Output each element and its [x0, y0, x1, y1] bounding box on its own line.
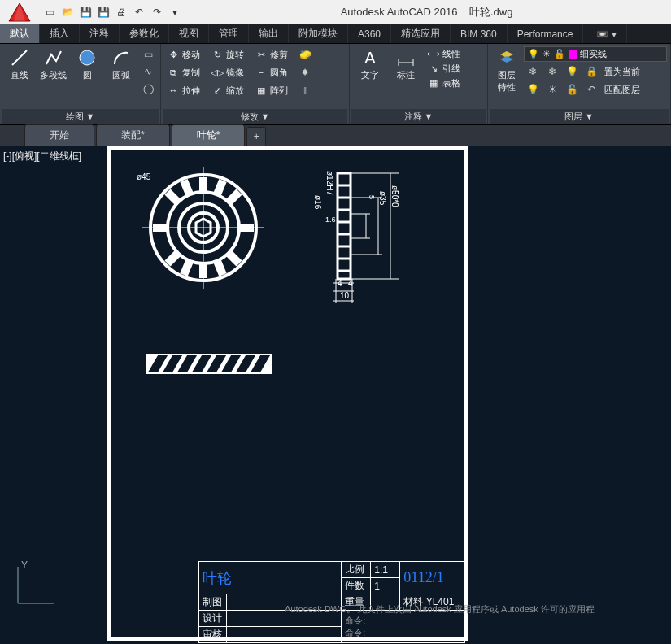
panel-layers-title[interactable]: 图层 ▼ — [490, 109, 669, 124]
ribbon-tab-annotate[interactable]: 注释 — [80, 24, 120, 43]
tool-polyline[interactable]: 多段线 — [37, 46, 70, 97]
qat-redo-icon[interactable]: ↷ — [150, 5, 164, 20]
tool-linear-dim[interactable]: ⟷线性 — [425, 46, 467, 61]
panel-modify-title[interactable]: 修改 ▼ — [163, 109, 347, 124]
tool-leader[interactable]: ↘引线 — [425, 61, 467, 76]
layer-combo[interactable]: 💡 ☀ 🔓 细实线 — [524, 46, 667, 62]
tool-move[interactable]: ✥移动 — [164, 46, 207, 63]
tool-copy[interactable]: ⧉复制 — [164, 64, 207, 80]
ribbon-body: 直线 多段线 圆 圆弧 ▭ ∿ ◯ 绘图 ▼ — [0, 44, 671, 125]
tool-erase-icon[interactable]: 🧽 — [296, 46, 314, 63]
move-icon: ✥ — [167, 48, 180, 61]
ribbon-tab-performance[interactable]: Performance — [508, 24, 584, 43]
ribbon-tab-insert[interactable]: 插入 — [40, 24, 80, 43]
svg-point-1 — [80, 50, 94, 65]
tool-trim[interactable]: ✂修剪 — [252, 46, 294, 63]
circle-icon — [77, 48, 97, 67]
svg-line-21 — [217, 181, 223, 194]
ribbon-tab-bim360[interactable]: BIM 360 — [451, 24, 508, 43]
tool-table[interactable]: ▦表格 — [425, 76, 467, 90]
polyline-icon — [44, 48, 63, 67]
tool-spline-icon[interactable]: ∿ — [139, 63, 157, 80]
layer-unlock-icon[interactable]: 🔓 — [563, 81, 581, 98]
ribbon-tab-parametric[interactable]: 参数化 — [120, 24, 169, 43]
stretch-icon: ↔ — [167, 84, 180, 97]
dim-tol: 1.6 — [325, 215, 336, 224]
ribbon-tab-featured[interactable]: 精选应用 — [391, 24, 451, 43]
table-icon: ▦ — [427, 76, 440, 89]
ribbon-tab-manage[interactable]: 管理 — [209, 24, 249, 43]
qat-open-icon[interactable]: 📂 — [60, 5, 75, 20]
tool-mirror[interactable]: ◁▷镜像 — [208, 64, 251, 80]
ribbon-tab-default[interactable]: 默认 — [0, 24, 40, 43]
layer-thaw-icon[interactable]: ☀ — [543, 81, 561, 98]
qat-new-icon[interactable]: ▭ — [42, 5, 57, 20]
tool-text[interactable]: A 文字 — [353, 46, 387, 90]
tool-explode-icon[interactable]: ✸ — [296, 64, 314, 80]
panel-draw-title[interactable]: 绘图 ▼ — [2, 109, 159, 124]
dim-d35: ø35 — [378, 191, 387, 205]
dim-d45: ø45 — [137, 172, 150, 181]
autocad-logo-icon — [7, 2, 32, 23]
qat-save-icon[interactable]: 💾 — [78, 5, 93, 20]
ribbon-tab-addins[interactable]: 附加模块 — [289, 24, 348, 43]
qat-print-icon[interactable]: 🖨 — [114, 5, 129, 20]
window-title: Autodesk AutoCAD 2016 叶轮.dwg — [182, 5, 671, 20]
tool-layer-properties[interactable]: 图层 特性 — [491, 46, 522, 95]
doc-tab-assembly[interactable]: 装配* — [96, 124, 170, 146]
tool-rect-icon[interactable]: ▭ — [139, 46, 157, 63]
tool-dimension[interactable]: 标注 — [389, 46, 423, 90]
layer-lock-icon[interactable]: 🔒 — [582, 63, 600, 80]
layer-off-icon[interactable]: 💡 — [563, 63, 581, 80]
layer-on-icon[interactable]: 💡 — [524, 81, 542, 98]
dim-h5: 5 — [368, 195, 376, 199]
array-icon: ▦ — [255, 84, 268, 97]
panel-annotate-title[interactable]: 注释 ▼ — [351, 109, 486, 124]
trim-icon: ✂ — [255, 48, 268, 61]
sun-icon: ☀ — [542, 49, 551, 59]
layer-prev-icon[interactable]: ↶ — [582, 81, 600, 98]
ribbon-tab-view[interactable]: 视图 — [169, 24, 209, 43]
panel-modify: ✥移动 ↻旋转 ✂修剪 🧽 ⧉复制 ◁▷镜像 ⌐圆角 ✸ ↔拉伸 ⤢缩放 ▦阵列… — [161, 44, 350, 124]
mirror-icon: ◁▷ — [211, 66, 224, 79]
arc-icon — [111, 48, 131, 67]
panel-annotate: A 文字 标注 ⟷线性 ↘引线 ▦表格 注释 ▼ — [350, 44, 488, 124]
dim-h4a: 4 — [338, 279, 342, 288]
tool-rotate[interactable]: ↻旋转 — [208, 46, 251, 63]
tool-line[interactable]: 直线 — [3, 46, 36, 97]
qat-saveas-icon[interactable]: 💾 — [96, 5, 111, 20]
ribbon-tab-a360[interactable]: A360 — [348, 24, 391, 43]
app-menu-button[interactable] — [0, 2, 39, 23]
qat-dropdown-icon[interactable]: ▾ — [168, 5, 182, 20]
tool-offset-icon[interactable]: ⫴ — [296, 82, 314, 98]
trust-message: Autodesk DWG。 此文件上次由 Autodesk 应用程序或 Auto… — [285, 603, 595, 616]
ribbon-tab-output[interactable]: 输出 — [249, 24, 289, 43]
tool-fillet[interactable]: ⌐圆角 — [252, 64, 294, 80]
tool-scale[interactable]: ⤢缩放 — [208, 82, 251, 98]
panel-layers: 图层 特性 💡 ☀ 🔓 细实线 ❄ ❄ 💡 🔒 置为当前 — [488, 44, 671, 124]
doc-tab-impeller[interactable]: 叶轮* — [172, 124, 246, 146]
line-icon — [10, 48, 29, 67]
title-bar: ▭ 📂 💾 💾 🖨 ↶ ↷ ▾ Autodesk AutoCAD 2016 叶轮… — [0, 0, 671, 24]
tool-stretch[interactable]: ↔拉伸 — [164, 82, 207, 98]
layer-iso-icon[interactable]: ❄ — [524, 63, 542, 80]
ribbon-help-button[interactable]: 📼 ▾ — [586, 24, 626, 43]
tool-make-current[interactable]: 置为当前 — [602, 63, 643, 80]
tool-ellipse-icon[interactable]: ◯ — [139, 80, 157, 97]
tool-match-layer[interactable]: 匹配图层 — [602, 81, 643, 98]
lightbulb-icon: 💡 — [528, 49, 539, 59]
tool-arc[interactable]: 圆弧 — [105, 46, 137, 97]
viewport-controls[interactable]: [-][俯视][二维线框] — [3, 150, 81, 163]
svg-line-17 — [229, 192, 239, 202]
doc-tab-start[interactable]: 开始 — [24, 124, 94, 146]
tool-array[interactable]: ▦阵列 — [252, 82, 294, 98]
svg-line-23 — [217, 261, 223, 275]
drawing-canvas[interactable]: [-][俯视][二维线框] Y — [0, 146, 671, 644]
tool-circle[interactable]: 圆 — [72, 46, 104, 97]
layer-freeze-icon[interactable]: ❄ — [543, 63, 561, 80]
rotate-icon: ↻ — [211, 48, 224, 61]
qat-undo-icon[interactable]: ↶ — [132, 5, 146, 20]
doc-tab-add-button[interactable]: + — [246, 127, 266, 146]
dim-d12h7: ø12H7 — [325, 171, 334, 195]
layer-color-swatch — [569, 50, 577, 59]
